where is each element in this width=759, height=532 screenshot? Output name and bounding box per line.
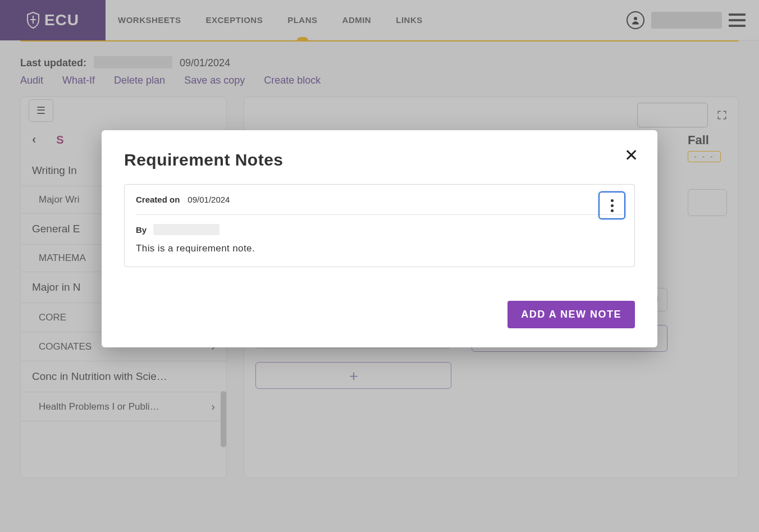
close-icon[interactable]: ✕	[624, 147, 638, 164]
note-body: This is a requirement note.	[125, 237, 634, 267]
modal-title: Requirement Notes	[124, 150, 635, 169]
modal-scrim[interactable]: Requirement Notes ✕ Created on 09/01/202…	[0, 0, 759, 532]
by-label: By	[136, 225, 147, 235]
created-on-label: Created on	[136, 195, 180, 204]
author-placeholder	[153, 224, 220, 235]
note-card: Created on 09/01/2024 By This is a requi…	[124, 184, 635, 267]
requirement-notes-modal: Requirement Notes ✕ Created on 09/01/202…	[102, 130, 657, 347]
created-on-value: 09/01/2024	[188, 195, 230, 204]
note-actions-menu[interactable]	[598, 191, 625, 219]
add-new-note-button[interactable]: ADD A NEW NOTE	[507, 301, 635, 328]
